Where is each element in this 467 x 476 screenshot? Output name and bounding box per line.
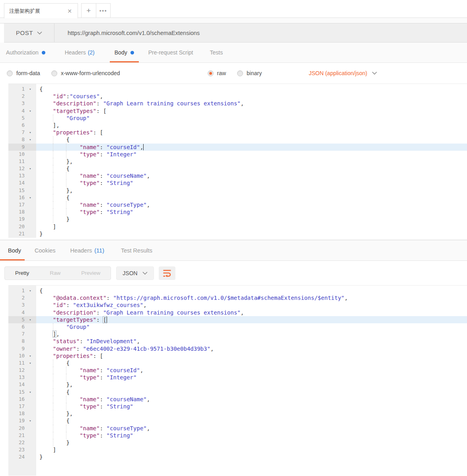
code-line[interactable]: 5 "Group" xyxy=(8,115,467,122)
code-line[interactable]: 9 "name": "courseId", xyxy=(8,144,467,151)
radio-selected-icon[interactable] xyxy=(208,70,214,76)
fold-gutter xyxy=(27,122,34,129)
response-body-editor[interactable]: 1▾{2 "@odata.context": "https://graph.mi… xyxy=(8,285,467,476)
headers-count-badge: (2) xyxy=(88,49,95,56)
code-line[interactable]: 10▾ "properties": [ xyxy=(8,352,467,359)
mode-raw[interactable]: raw xyxy=(208,70,226,76)
response-format-select[interactable]: JSON xyxy=(116,266,154,280)
fold-arrow-icon[interactable]: ▾ xyxy=(27,359,34,367)
code-line[interactable]: 14 }, xyxy=(8,381,467,388)
fold-gutter xyxy=(27,216,34,223)
fold-arrow-icon[interactable]: ▾ xyxy=(27,417,34,424)
fold-arrow-icon[interactable]: ▾ xyxy=(27,316,34,323)
request-body-editor[interactable]: 1▾{2 "id":"courses",3 "description": "Gr… xyxy=(8,84,467,238)
code-line[interactable]: 12▾ { xyxy=(8,165,467,172)
code-line[interactable]: 15▾ { xyxy=(8,389,467,396)
code-line[interactable]: 10 "type": "Integer" xyxy=(8,151,467,158)
wrap-lines-button[interactable] xyxy=(159,266,175,280)
tab-pre-request-script[interactable]: Pre-request Script xyxy=(144,43,198,62)
code-line[interactable]: 13 "type": "Integer" xyxy=(8,374,467,381)
fold-arrow-icon[interactable]: ▾ xyxy=(27,107,34,115)
radio-icon[interactable] xyxy=(51,70,57,76)
code-line[interactable]: 4▾ "targetTypes": [ xyxy=(8,107,467,115)
code-line[interactable]: 6 ], xyxy=(8,122,467,129)
code-line[interactable]: 6 "Group" xyxy=(8,323,467,330)
code-line[interactable]: 21} xyxy=(8,230,467,237)
code-line[interactable]: 1▾{ xyxy=(8,85,467,93)
code-line[interactable]: 17 "name": "courseType", xyxy=(8,201,467,208)
response-tab-cookies[interactable]: Cookies xyxy=(35,240,55,260)
request-tab[interactable]: 注册架构扩展 ✕ xyxy=(4,3,78,18)
line-number: 24 xyxy=(8,453,27,460)
code-line[interactable]: 13 "name": "courseName", xyxy=(8,172,467,179)
radio-icon[interactable] xyxy=(7,70,13,76)
more-tabs-button[interactable]: ●●● xyxy=(96,4,111,17)
code-line[interactable]: 16▾ { xyxy=(8,194,467,201)
tab-authorization[interactable]: Authorization xyxy=(1,43,50,62)
view-raw-button[interactable]: Raw xyxy=(39,267,71,280)
code-line[interactable]: 8 "status": "InDevelopment", xyxy=(8,338,467,345)
response-tab-headers[interactable]: Headers(11) xyxy=(70,240,104,260)
method-select[interactable]: POST xyxy=(4,23,54,42)
response-tab-test-results[interactable]: Test Results xyxy=(121,240,152,260)
tab-headers[interactable]: Headers(2) xyxy=(60,43,99,62)
view-preview-button[interactable]: Preview xyxy=(71,267,111,280)
radio-icon[interactable] xyxy=(237,70,243,76)
tab-body[interactable]: Body xyxy=(110,43,139,62)
code-line[interactable]: 23 ] xyxy=(8,446,467,453)
mode-binary[interactable]: binary xyxy=(237,70,262,76)
code-line[interactable]: 22 } xyxy=(8,439,467,446)
code-line[interactable]: 24} xyxy=(8,453,467,460)
code-line[interactable]: 7▾ "properties": [ xyxy=(8,129,467,136)
code-line[interactable]: 16 "name": "courseName", xyxy=(8,396,467,403)
url-text: https://graph.microsoft.com/v1.0/schemaE… xyxy=(68,30,200,36)
response-tab-body[interactable]: Body xyxy=(0,240,25,260)
mode-form-data[interactable]: form-data xyxy=(7,70,40,76)
line-number: 23 xyxy=(8,446,27,453)
code-line[interactable]: 18 "type": "String" xyxy=(8,208,467,216)
code-line[interactable]: 7 ], xyxy=(8,330,467,338)
code-line[interactable]: 20 "name": "courseType", xyxy=(8,425,467,432)
code-line[interactable]: 2 "id":"courses", xyxy=(8,93,467,100)
fold-arrow-icon[interactable]: ▾ xyxy=(27,194,34,201)
code-line[interactable]: 18 }, xyxy=(8,410,467,417)
code-line[interactable]: 11▾ { xyxy=(8,359,467,367)
fold-arrow-icon[interactable]: ▾ xyxy=(27,136,34,143)
code-line[interactable]: 1▾{ xyxy=(8,287,467,294)
line-number: 1 xyxy=(8,287,27,294)
fold-arrow-icon[interactable]: ▾ xyxy=(27,352,34,359)
code-line[interactable]: 19 } xyxy=(8,216,467,223)
view-pretty-button[interactable]: Pretty xyxy=(5,267,39,280)
fold-gutter xyxy=(27,446,34,453)
fold-arrow-icon[interactable]: ▾ xyxy=(27,85,34,93)
tab-tests[interactable]: Tests xyxy=(205,43,228,62)
code-line[interactable]: 3 "id": "ext3uikwfwz_courses", xyxy=(8,301,467,309)
line-number: 12 xyxy=(8,165,27,172)
code-line[interactable]: 4 "description": "Graph Learn training c… xyxy=(8,309,467,316)
code-line[interactable]: 2 "@odata.context": "https://graph.micro… xyxy=(8,294,467,301)
content-type-select[interactable]: JSON (application/json) xyxy=(309,70,377,76)
mode-x-www-form-urlencoded[interactable]: x-www-form-urlencoded xyxy=(51,70,120,76)
code-line[interactable]: 3 "description": "Graph Learn training c… xyxy=(8,100,467,107)
new-tab-button[interactable]: + xyxy=(82,4,96,17)
code-line[interactable]: 5▾ "targetTypes": [ xyxy=(8,316,467,323)
url-input[interactable]: https://graph.microsoft.com/v1.0/schemaE… xyxy=(54,23,467,42)
code-line[interactable]: 8▾ { xyxy=(8,136,467,143)
code-line[interactable]: 14 "type": "String" xyxy=(8,179,467,187)
code-line[interactable]: 19▾ { xyxy=(8,417,467,424)
body-mode-row: form-data x-www-form-urlencoded raw bina… xyxy=(0,63,467,84)
close-tab-icon[interactable]: ✕ xyxy=(66,8,73,14)
code-line[interactable]: 21 "type": "String" xyxy=(8,432,467,439)
code-line[interactable]: 9 "owner": "e6ec4002-e329-41cb-9571-b30e… xyxy=(8,345,467,352)
fold-arrow-icon[interactable]: ▾ xyxy=(27,389,34,396)
fold-arrow-icon[interactable]: ▾ xyxy=(27,287,34,294)
fold-arrow-icon[interactable]: ▾ xyxy=(27,129,34,136)
code-line[interactable]: 11 }, xyxy=(8,158,467,165)
code-line[interactable]: 20 ] xyxy=(8,223,467,230)
code-line[interactable]: 17 "type": "String" xyxy=(8,403,467,410)
code-line[interactable]: 12 "name": "courseId", xyxy=(8,367,467,374)
fold-gutter xyxy=(27,223,34,230)
code-line[interactable]: 15 }, xyxy=(8,187,467,194)
line-number: 10 xyxy=(8,352,27,359)
fold-arrow-icon[interactable]: ▾ xyxy=(27,165,34,172)
